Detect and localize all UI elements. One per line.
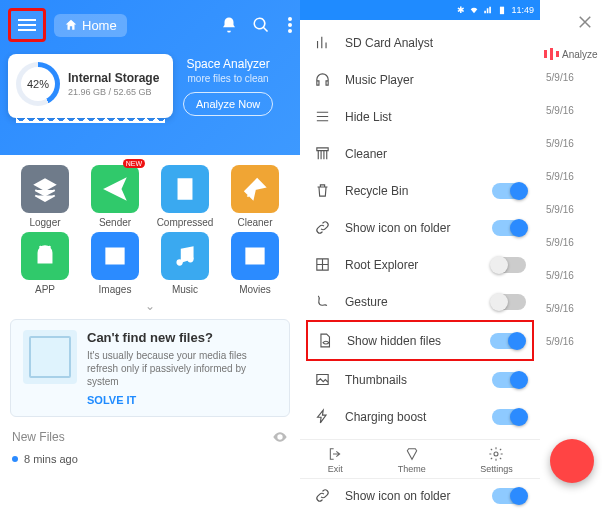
tile-compressed[interactable]: Compressed — [150, 165, 220, 228]
toggle[interactable] — [492, 372, 526, 388]
new-files-header[interactable]: New Files — [0, 423, 300, 451]
menu-button[interactable] — [8, 8, 46, 42]
setting-label: SD Card Analyst — [345, 36, 526, 50]
setting-label: Charging boost — [345, 410, 478, 424]
toggle[interactable] — [492, 183, 526, 199]
setting-show-hidden-files[interactable]: Show hidden files — [306, 320, 534, 361]
date-cell: 5/9/16 — [546, 171, 596, 182]
topbar: Home — [8, 6, 292, 44]
play-icon — [231, 232, 279, 280]
hamburger-icon — [18, 16, 36, 34]
date-cell: 5/9/16 — [546, 237, 596, 248]
setting-label: Show hidden files — [347, 334, 476, 348]
setting-recycle-bin[interactable]: Recycle Bin — [300, 172, 540, 209]
bars-icon — [314, 34, 331, 51]
promo-cta[interactable]: SOLVE IT — [87, 394, 277, 406]
bell-icon[interactable] — [220, 16, 238, 34]
bottom-settings[interactable]: Settings — [480, 446, 513, 474]
setting-charging-boost[interactable]: Charging boost — [300, 398, 540, 435]
home-label: Home — [82, 18, 117, 33]
setting-thumbnails[interactable]: Thumbnails — [300, 361, 540, 398]
setting-sd-card-analyst[interactable]: SD Card Analyst — [300, 24, 540, 61]
toggle[interactable] — [492, 409, 526, 425]
bottom-label: Settings — [480, 464, 513, 474]
setting-hide-list[interactable]: Hide List — [300, 98, 540, 135]
header: Home 42% Internal Storage 21.96 GB / 52.… — [0, 0, 300, 155]
exit-icon — [327, 446, 343, 462]
setting-label: Cleaner — [345, 147, 526, 161]
signal-icon — [483, 5, 493, 15]
date-cell: 5/9/16 — [546, 204, 596, 215]
status-bar: ✱ 11:49 — [300, 0, 540, 20]
bottom-theme[interactable]: Theme — [398, 446, 426, 474]
setting-label: Hide List — [345, 110, 526, 124]
new-file-item[interactable]: 8 mins ago — [0, 451, 300, 467]
setting-show-icon-on-folder[interactable]: Show icon on folder — [300, 209, 540, 246]
close-icon[interactable] — [576, 13, 594, 31]
promo-body: It's usually because your media files re… — [87, 349, 277, 388]
tile-music[interactable]: Music — [150, 232, 220, 295]
tile-app[interactable]: APP — [10, 232, 80, 295]
search-icon[interactable] — [252, 16, 270, 34]
more-icon[interactable] — [288, 17, 292, 33]
setting-label: Gesture — [345, 295, 478, 309]
tile-label: Cleaner — [237, 217, 272, 228]
svg-point-1 — [47, 253, 49, 255]
date-cell: 5/9/16 — [546, 303, 596, 314]
layers-icon — [21, 165, 69, 213]
promo-card[interactable]: Can't find new files? It's usually becau… — [10, 319, 290, 417]
broom-icon — [314, 145, 331, 162]
toggle[interactable] — [490, 333, 524, 349]
tile-cleaner[interactable]: Cleaner — [220, 165, 290, 228]
bottom-bar: ExitThemeSettings — [300, 439, 540, 478]
analyzer-title: Space Analyzer — [183, 57, 273, 71]
wifi-icon — [469, 5, 479, 15]
setting-label: Music Player — [345, 73, 526, 87]
tile-logger[interactable]: Logger — [10, 165, 80, 228]
trash-icon — [314, 182, 331, 199]
right-topbar — [540, 0, 602, 44]
setting-music-player[interactable]: Music Player — [300, 61, 540, 98]
toggle[interactable] — [492, 220, 526, 236]
tile-label: Compressed — [157, 217, 214, 228]
toggle[interactable] — [492, 257, 526, 273]
theme-icon — [404, 446, 420, 462]
bottom-exit[interactable]: Exit — [327, 446, 343, 474]
tile-sender[interactable]: NEW Sender — [80, 165, 150, 228]
new-badge: NEW — [123, 159, 145, 168]
broom-icon — [231, 165, 279, 213]
date-cell: 5/9/16 — [546, 105, 596, 116]
chevron-down-icon[interactable]: ⌄ — [0, 299, 300, 313]
tile-label: Movies — [239, 284, 271, 295]
setting-cleaner[interactable]: Cleaner — [300, 135, 540, 172]
right-sliver: Analyze 5/9/165/9/165/9/165/9/165/9/165/… — [540, 0, 602, 513]
setting-root-explorer[interactable]: Root Explorer — [300, 246, 540, 283]
list-icon — [314, 108, 331, 125]
battery-icon — [497, 5, 507, 15]
analyze-chip[interactable]: Analyze — [544, 48, 598, 60]
date-cell: 5/9/16 — [546, 138, 596, 149]
tile-label: Sender — [99, 217, 131, 228]
bottom-label: Theme — [398, 464, 426, 474]
bullet-icon — [12, 456, 18, 462]
tile-images[interactable]: Images — [80, 232, 150, 295]
tile-label: Images — [99, 284, 132, 295]
date-column: 5/9/165/9/165/9/165/9/165/9/165/9/165/9/… — [540, 64, 602, 355]
settings-panel: ✱ 11:49 SD Card Analyst Music Player Hid… — [300, 0, 540, 513]
extra-row[interactable]: Show icon on folder — [300, 478, 540, 512]
toggle[interactable] — [492, 294, 526, 310]
gesture-icon — [314, 293, 331, 310]
root-icon — [314, 256, 331, 273]
send-icon: NEW — [91, 165, 139, 213]
svg-point-3 — [177, 260, 181, 264]
eye-icon — [272, 429, 288, 445]
storage-card[interactable]: 42% Internal Storage 21.96 GB / 52.65 GB — [8, 54, 173, 118]
setting-gesture[interactable]: Gesture — [300, 283, 540, 320]
extra-toggle[interactable] — [492, 488, 526, 504]
analyze-label: Analyze — [562, 49, 598, 60]
analyze-button[interactable]: Analyze Now — [183, 92, 273, 116]
storage-percent: 42% — [21, 67, 55, 101]
home-chip[interactable]: Home — [54, 14, 127, 37]
fab-analyze[interactable] — [550, 439, 594, 483]
tile-movies[interactable]: Movies — [220, 232, 290, 295]
